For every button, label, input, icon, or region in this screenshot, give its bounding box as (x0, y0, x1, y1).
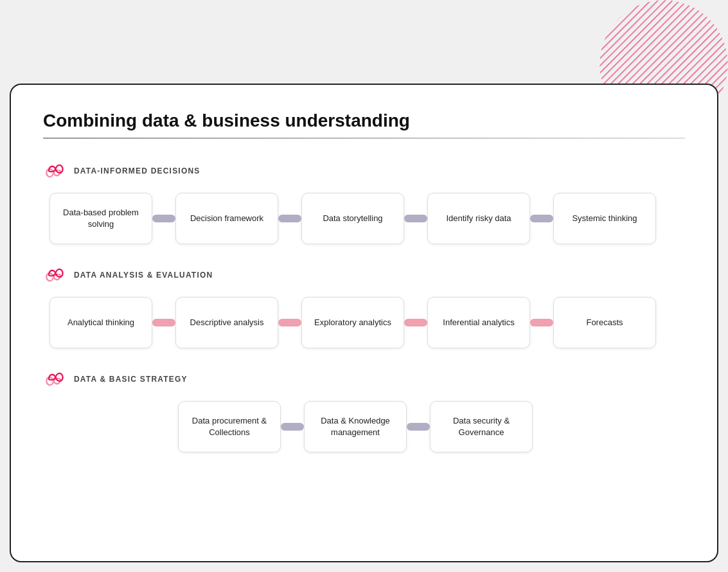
flow-card-1-5: Systemic thinking (553, 193, 656, 244)
section-1-flow: Data-based problem solving Decision fram… (43, 193, 685, 244)
main-card: Combining data & business understanding … (10, 84, 718, 562)
connector-1-2 (278, 215, 301, 222)
section-3-flow: Data procurement & Collections Data & Kn… (43, 401, 685, 452)
connector-1-1 (152, 215, 175, 222)
flow-card-1-4: Identify risky data (427, 193, 530, 244)
section-3-header: DATA & BASIC STRATEGY (43, 368, 685, 391)
section-data-analysis: DATA ANALYSIS & EVALUATION Analytical th… (43, 264, 685, 348)
section-2-icon (43, 264, 66, 287)
flow-card-2-3: Exploratory analytics (301, 297, 404, 348)
section-1-icon (43, 159, 66, 183)
section-3-icon (43, 368, 66, 391)
flow-card-1-2: Decision framework (175, 193, 278, 244)
flow-card-3-2: Data & Knowledge management (304, 401, 407, 452)
connector-3-1 (281, 423, 304, 431)
flow-card-3-3: Data security & Governance (430, 401, 533, 452)
section-1-header: DATA-INFORMED DECISIONS (43, 159, 685, 183)
connector-1-3 (404, 215, 427, 222)
flow-card-2-2: Descriptive analysis (175, 297, 278, 348)
section-2-label: DATA ANALYSIS & EVALUATION (74, 271, 213, 280)
section-2-header: DATA ANALYSIS & EVALUATION (43, 264, 685, 287)
section-3-label: DATA & BASIC STRATEGY (74, 375, 188, 384)
section-data-strategy: DATA & BASIC STRATEGY Data procurement &… (43, 368, 685, 452)
connector-2-1 (152, 319, 175, 326)
flow-card-3-1: Data procurement & Collections (178, 401, 281, 452)
section-data-informed: DATA-INFORMED DECISIONS Data-based probl… (43, 159, 685, 244)
card-divider (43, 138, 685, 139)
connector-1-4 (530, 215, 553, 222)
flow-card-2-4: Inferential analytics (427, 297, 530, 348)
flow-card-1-3: Data storytelling (301, 193, 404, 244)
connector-2-3 (404, 319, 427, 326)
section-2-flow: Analytical thinking Descriptive analysis… (43, 297, 685, 348)
flow-card-2-1: Analytical thinking (49, 297, 152, 348)
connector-2-4 (530, 319, 553, 326)
connector-3-2 (407, 423, 430, 431)
flow-card-1-1: Data-based problem solving (49, 193, 152, 244)
connector-2-2 (278, 319, 301, 326)
card-title: Combining data & business understanding (43, 111, 685, 131)
flow-card-2-5: Forecasts (553, 297, 656, 348)
section-1-label: DATA-INFORMED DECISIONS (74, 166, 200, 175)
